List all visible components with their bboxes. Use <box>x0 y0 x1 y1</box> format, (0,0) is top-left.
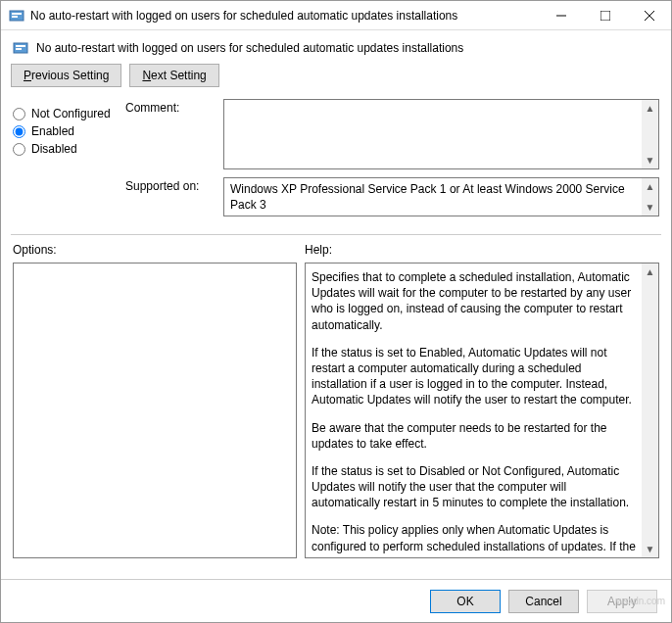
divider <box>11 234 661 235</box>
supported-on-box: Windows XP Professional Service Pack 1 o… <box>223 177 659 216</box>
scroll-down-icon[interactable]: ▼ <box>642 199 658 216</box>
help-paragraph: If the status is set to Disabled or Not … <box>312 463 637 511</box>
radio-disabled-label: Disabled <box>31 142 77 156</box>
policy-icon <box>13 40 28 56</box>
options-label: Options: <box>13 243 297 263</box>
radio-disabled[interactable]: Disabled <box>13 142 125 156</box>
help-label: Help: <box>305 243 659 263</box>
scroll-down-icon[interactable]: ▼ <box>642 152 658 168</box>
comment-scrollbar[interactable]: ▲ ▼ <box>642 100 658 168</box>
next-setting-button[interactable]: Next Setting <box>129 64 218 87</box>
svg-rect-9 <box>16 48 22 50</box>
app-icon <box>9 8 24 24</box>
scroll-up-icon[interactable]: ▲ <box>642 264 658 280</box>
maximize-button[interactable] <box>583 1 627 29</box>
radio-disabled-input[interactable] <box>13 143 25 156</box>
radio-not-configured-input[interactable] <box>13 108 25 120</box>
options-panel <box>13 263 297 558</box>
radio-enabled-label: Enabled <box>31 124 74 138</box>
window-title: No auto-restart with logged on users for… <box>30 9 539 23</box>
help-panel: Specifies that to complete a scheduled i… <box>305 263 659 558</box>
cancel-button[interactable]: Cancel <box>508 590 579 613</box>
svg-rect-2 <box>12 16 18 18</box>
comment-textarea[interactable]: ▲ ▼ <box>223 99 659 169</box>
apply-button[interactable]: Apply <box>587 590 657 613</box>
supported-scrollbar[interactable]: ▲ ▼ <box>642 178 658 216</box>
svg-rect-4 <box>600 11 610 21</box>
radio-enabled[interactable]: Enabled <box>13 124 125 138</box>
radio-enabled-input[interactable] <box>13 125 25 138</box>
comment-label: Comment: <box>125 99 223 169</box>
close-button[interactable] <box>627 1 671 29</box>
scroll-up-icon[interactable]: ▲ <box>642 178 658 195</box>
help-paragraph: Be aware that the computer needs to be r… <box>312 420 637 452</box>
supported-on-text: Windows XP Professional Service Pack 1 o… <box>230 182 625 212</box>
radio-not-configured-label: Not Configured <box>31 107 111 120</box>
help-paragraph: If the status is set to Enabled, Automat… <box>312 345 637 408</box>
policy-subtitle: No auto-restart with logged on users for… <box>36 41 463 55</box>
ok-button[interactable]: OK <box>430 590 501 613</box>
supported-label: Supported on: <box>125 177 223 216</box>
minimize-button[interactable] <box>539 1 583 29</box>
help-scrollbar[interactable]: ▲ ▼ <box>642 264 658 557</box>
radio-not-configured[interactable]: Not Configured <box>13 107 125 120</box>
scroll-up-icon[interactable]: ▲ <box>642 100 658 117</box>
previous-setting-button[interactable]: Previous Setting <box>11 64 121 87</box>
svg-rect-1 <box>12 13 22 15</box>
svg-rect-8 <box>16 45 25 47</box>
scroll-down-icon[interactable]: ▼ <box>642 541 658 557</box>
help-paragraph: Specifies that to complete a scheduled i… <box>312 269 637 333</box>
help-paragraph: Note: This policy applies only when Auto… <box>312 522 637 553</box>
